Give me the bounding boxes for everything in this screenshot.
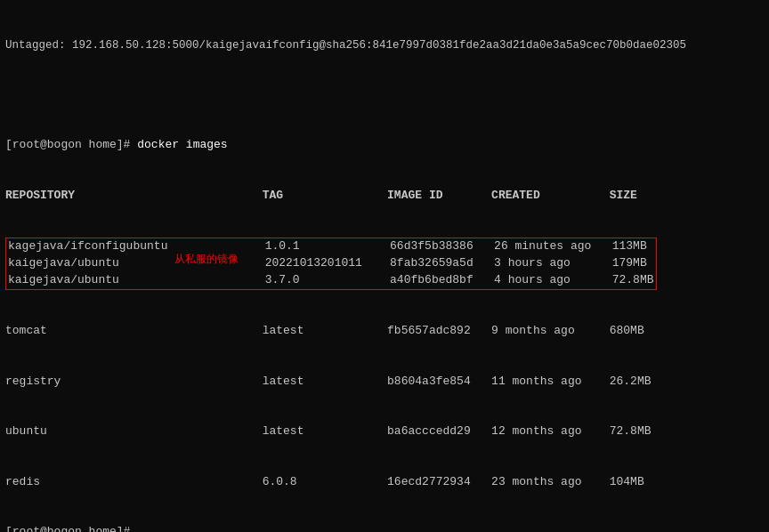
prompt-2: [root@bogon home]#: [5, 524, 764, 532]
top-line: Untagged: 192.168.50.128:5000/kaigejavai…: [5, 37, 764, 53]
row-ifconfigubuntu: kagejava/ifconfigubuntu 1.0.1 66d3f5b383…: [8, 239, 647, 253]
row-kaigejava-370: kaigejava/ubuntu 3.7.0 a40fb6bed8bf 4 ho…: [8, 273, 654, 286]
annotation-top: 从私服的镜像: [174, 252, 239, 267]
row-redis: redis 6.0.8 16ecd2772934 23 months ago 1…: [5, 474, 764, 491]
row-kaigejava-2021: kaigejava/ubuntu 20221013201011 8fab3265…: [8, 256, 647, 270]
cmd-line-1: [root@bogon home]# docker images: [5, 137, 764, 154]
red-box-top: kagejava/ifconfigubuntu 1.0.1 66d3f5b383…: [5, 238, 657, 290]
row-tomcat: tomcat latest fb5657adc892 9 months ago …: [5, 323, 764, 340]
row-registry: registry latest b8604a3fe854 11 months a…: [5, 374, 764, 391]
prompt: [root@bogon home]#: [5, 138, 137, 151]
table-section-1: kagejava/ifconfigubuntu 1.0.1 66d3f5b383…: [5, 238, 764, 290]
command: docker images: [137, 138, 227, 151]
row-ubuntu: ubuntu latest ba6acccedd29 12 months ago…: [5, 423, 764, 440]
blank-line: [5, 87, 764, 104]
table-header-1: REPOSITORY TAG IMAGE ID CREATED SIZE: [5, 188, 764, 205]
terminal-window: Untagged: 192.168.50.128:5000/kaigejavai…: [0, 0, 769, 532]
